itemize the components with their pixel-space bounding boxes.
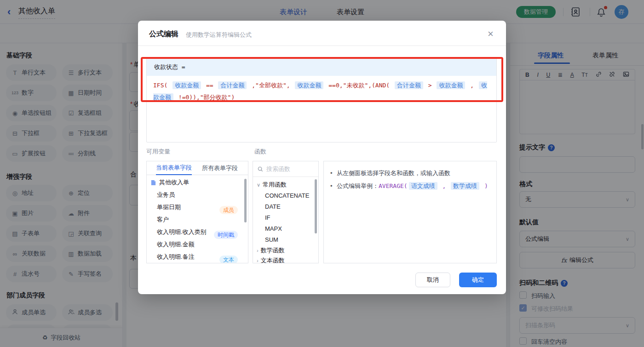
help-line-2: •公式编辑举例：AVERAGE(语文成绩 , 数学成绩 ) xyxy=(330,180,490,193)
group-label: 数学函数 xyxy=(261,247,285,254)
function-item-if[interactable]: IF xyxy=(265,214,270,221)
variable-name: 收入明细.收入类别 xyxy=(157,228,207,236)
field-chip: 合计金额 xyxy=(395,81,423,89)
variables-panel: 当前表单字段 所有表单字段 其他收入单 业务员成员 单据日期时间戳 客户文本 收… xyxy=(146,161,248,263)
formula-text: == xyxy=(202,82,217,89)
field-chip: 数学成绩 xyxy=(451,182,479,190)
confirm-button[interactable]: 确定 xyxy=(459,273,497,287)
formula-text: > xyxy=(425,82,435,89)
chevron-down-icon: ∨ xyxy=(257,182,260,188)
functions-panel: 搜索函数 ∨常用函数 CONCATENATE DATE IF MAPX SUM … xyxy=(253,161,319,263)
field-chip: 语文成绩 xyxy=(409,182,437,190)
tab-current-form-fields[interactable]: 当前表单字段 xyxy=(156,161,192,175)
chevron-right-icon: › xyxy=(257,248,259,253)
help-line-1: •从左侧面板选择字段名和函数，或输入函数 xyxy=(330,167,490,180)
field-chip: 合计金额 xyxy=(218,81,247,89)
function-item-mapx[interactable]: MAPX xyxy=(265,225,282,232)
formula-text: ) xyxy=(481,182,488,189)
function-group-math[interactable]: ›数学函数 xyxy=(257,246,285,255)
variable-row[interactable]: 收入明细.备注数组 xyxy=(147,252,248,262)
form-doc-icon xyxy=(150,180,156,186)
help-text: 从左侧面板选择字段名和函数，或输入函数 xyxy=(337,170,450,176)
variables-label: 可用变量 xyxy=(146,148,170,156)
help-example-prefix: 公式编辑举例： xyxy=(337,182,379,189)
function-search-input[interactable]: 搜索函数 xyxy=(253,161,318,177)
variable-name: 收入明细.备注 xyxy=(157,253,195,261)
variable-row[interactable]: 收入明细.收入类别数组 xyxy=(147,228,248,237)
field-chip: 收款金额 xyxy=(172,81,201,89)
variable-name: 客户 xyxy=(157,216,169,224)
formula-editor-modal: 公式编辑 使用数学运算符编辑公式 × 收款状态 = IFS( 收款金额 == 合… xyxy=(138,21,506,294)
variable-row[interactable]: 单据日期时间戳 xyxy=(147,203,248,212)
modal-subtitle: 使用数学运算符编辑公式 xyxy=(186,31,252,39)
variable-row[interactable]: 客户文本 xyxy=(147,215,248,224)
tab-all-form-fields[interactable]: 所有表单字段 xyxy=(202,164,238,172)
bullet-dot: • xyxy=(330,167,337,180)
function-group-text[interactable]: ›文本函数 xyxy=(257,256,285,263)
formula-text: , xyxy=(439,182,449,189)
app-screen: ‹ 其他收入单 表单设计 表单设置 数据管理 存 ⊘ 表单外链 ⊡ 后端脚本 ▦… xyxy=(0,0,644,347)
help-example-formula: AVERAGE(语文成绩 , 数学成绩 ) xyxy=(379,182,488,189)
function-group-common[interactable]: ∨常用函数 xyxy=(257,181,287,189)
formula-text: IFS( xyxy=(153,82,171,89)
variable-name: 单据日期 xyxy=(157,203,181,211)
close-icon[interactable]: × xyxy=(488,28,494,40)
bullet-dot: • xyxy=(330,180,337,193)
variable-name: 收入明细.金额 xyxy=(157,240,195,249)
formula-target: 收款状态 = xyxy=(147,58,496,76)
search-placeholder: 搜索函数 xyxy=(266,165,290,173)
search-icon xyxy=(258,166,263,172)
formula-text: , xyxy=(466,82,477,89)
group-label: 常用函数 xyxy=(263,181,287,188)
formula-text: ,"全部收款", xyxy=(248,82,293,89)
group-label: 文本函数 xyxy=(261,257,285,263)
variables-scrollbar[interactable] xyxy=(244,179,247,222)
cancel-button[interactable]: 取消 xyxy=(415,273,450,287)
modal-title: 公式编辑 xyxy=(149,29,178,39)
formula-text: ==0,"未收款",(AND( xyxy=(325,82,393,89)
variable-row[interactable]: 业务员成员 xyxy=(147,190,248,199)
modal-header: 公式编辑 使用数学运算符编辑公式 × xyxy=(138,21,506,46)
field-chip: 收款金额 xyxy=(295,81,323,89)
variable-name: 业务员 xyxy=(157,191,175,199)
variables-tabs: 当前表单字段 所有表单字段 xyxy=(147,161,248,175)
formula-editor[interactable]: 收款状态 = IFS( 收款金额 == 合计金额 ,"全部收款", 收款金额 =… xyxy=(146,58,497,142)
help-panel: •从左侧面板选择字段名和函数，或输入函数 •公式编辑举例：AVERAGE(语文成… xyxy=(323,161,497,263)
function-item-date[interactable]: DATE xyxy=(265,203,281,210)
function-item-concatenate[interactable]: CONCATENATE xyxy=(265,192,309,199)
root-label: 其他收入单 xyxy=(159,178,189,187)
variable-tree-root[interactable]: 其他收入单 xyxy=(147,178,248,187)
variable-row[interactable]: 收入明细.金额数组 xyxy=(147,240,248,249)
formula-body[interactable]: IFS( 收款金额 == 合计金额 ,"全部收款", 收款金额 ==0,"未收款… xyxy=(147,76,496,107)
function-item-sum[interactable]: SUM xyxy=(265,236,278,243)
formula-text: !=0)),"部分收款") xyxy=(175,94,235,101)
chevron-right-icon: › xyxy=(257,258,259,263)
functions-label: 函数 xyxy=(254,148,266,156)
functions-scrollbar[interactable] xyxy=(315,179,317,233)
formula-text: AVERAGE( xyxy=(379,182,408,189)
field-chip: 收款金额 xyxy=(437,81,465,89)
